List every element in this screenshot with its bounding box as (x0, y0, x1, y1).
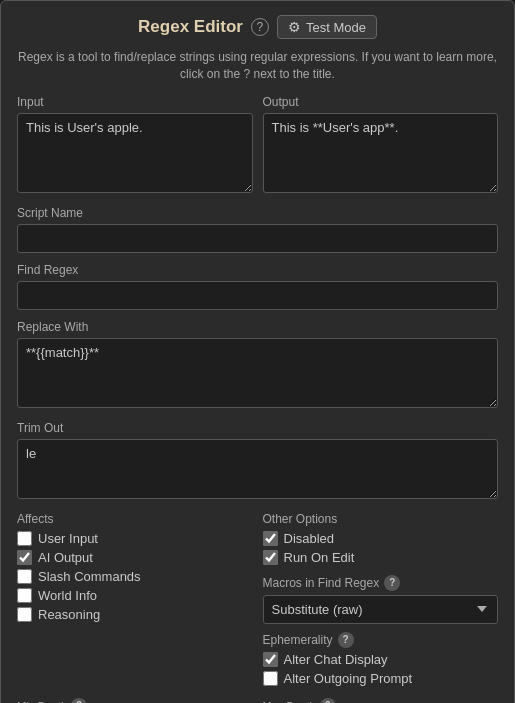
run-on-edit-label: Run On Edit (284, 550, 355, 565)
output-textarea[interactable]: This is **User's app**. (263, 113, 499, 193)
replace-with-group: Replace With **{{match}}** (17, 320, 498, 411)
script-name-label: Script Name (17, 206, 498, 220)
max-depth-info-icon[interactable]: ? (320, 698, 336, 703)
find-regex-group: Find Regex {{user}}'s apple (17, 263, 498, 310)
input-label: Input (17, 95, 253, 109)
other-options-title: Other Options (263, 512, 499, 526)
affects-slash-commands-checkbox[interactable] (17, 569, 32, 584)
alter-outgoing-prompt-row: Alter Outgoing Prompt (263, 671, 499, 686)
affects-ai-output-checkbox[interactable] (17, 550, 32, 565)
min-depth-group: Min Depth ? Unlimited (17, 698, 253, 703)
other-options-section: Other Options Disabled Run On Edit (263, 512, 499, 569)
alter-chat-display-label: Alter Chat Display (284, 652, 388, 667)
macros-select[interactable]: Substitute (raw) None Substitute (263, 595, 499, 624)
ephemerality-info-icon[interactable]: ? (338, 632, 354, 648)
max-depth-label: Max Depth ? (263, 698, 499, 703)
affects-ai-output-row: AI Output (17, 550, 253, 565)
alter-outgoing-prompt-label: Alter Outgoing Prompt (284, 671, 413, 686)
help-icon[interactable]: ? (251, 18, 269, 36)
affects-user-input-row: User Input (17, 531, 253, 546)
affects-slash-commands-label: Slash Commands (38, 569, 141, 584)
input-textarea[interactable]: This is User's apple. (17, 113, 253, 193)
affects-reasoning-label: Reasoning (38, 607, 100, 622)
input-output-row: Input This is User's apple. Output This … (17, 95, 498, 196)
input-field-group: Input This is User's apple. (17, 95, 253, 196)
ephemerality-label: Ephemerality ? (263, 632, 499, 648)
affects-slash-commands-row: Slash Commands (17, 569, 253, 584)
replace-with-textarea[interactable]: **{{match}}** (17, 338, 498, 408)
affects-world-info-label: World Info (38, 588, 97, 603)
macros-info-icon[interactable]: ? (384, 575, 400, 591)
find-regex-label: Find Regex (17, 263, 498, 277)
test-mode-label: Test Mode (306, 20, 366, 35)
affects-user-input-label: User Input (38, 531, 98, 546)
replace-with-label: Replace With (17, 320, 498, 334)
affects-reasoning-checkbox[interactable] (17, 607, 32, 622)
test-mode-button[interactable]: ⚙ Test Mode (277, 15, 377, 39)
dialog-title: Regex Editor (138, 17, 243, 37)
run-on-edit-row: Run On Edit (263, 550, 499, 565)
affects-section: Affects User Input AI Output Slash Comma… (17, 512, 253, 690)
disabled-label: Disabled (284, 531, 335, 546)
other-options-column: Other Options Disabled Run On Edit Macro… (263, 512, 499, 690)
trim-out-group: Trim Out le (17, 421, 498, 502)
run-on-edit-checkbox[interactable] (263, 550, 278, 565)
regex-editor-dialog: Regex Editor ? ⚙ Test Mode Regex is a to… (0, 0, 515, 703)
min-depth-info-icon[interactable]: ? (71, 698, 87, 703)
disabled-checkbox[interactable] (263, 531, 278, 546)
output-field-group: Output This is **User's app**. (263, 95, 499, 196)
affects-world-info-row: World Info (17, 588, 253, 603)
script-name-group: Script Name example script (17, 206, 498, 253)
min-depth-label: Min Depth ? (17, 698, 253, 703)
trim-out-textarea[interactable]: le (17, 439, 498, 499)
alter-outgoing-prompt-checkbox[interactable] (263, 671, 278, 686)
alter-chat-display-checkbox[interactable] (263, 652, 278, 667)
max-depth-group: Max Depth ? Unlimited (263, 698, 499, 703)
gear-icon: ⚙ (288, 19, 301, 35)
trim-out-label: Trim Out (17, 421, 498, 435)
macros-label: Macros in Find Regex ? (263, 575, 499, 591)
depth-row: Min Depth ? Unlimited Max Depth ? Unlimi… (17, 698, 498, 703)
affects-world-info-checkbox[interactable] (17, 588, 32, 603)
script-name-input[interactable]: example script (17, 224, 498, 253)
description-text: Regex is a tool to find/replace strings … (17, 49, 498, 83)
alter-chat-display-row: Alter Chat Display (263, 652, 499, 667)
ephemerality-section: Ephemerality ? Alter Chat Display Alter … (263, 632, 499, 686)
affects-title: Affects (17, 512, 253, 526)
find-regex-input[interactable]: {{user}}'s apple (17, 281, 498, 310)
affects-ai-output-label: AI Output (38, 550, 93, 565)
affects-user-input-checkbox[interactable] (17, 531, 32, 546)
affects-options-row: Affects User Input AI Output Slash Comma… (17, 512, 498, 690)
affects-reasoning-row: Reasoning (17, 607, 253, 622)
disabled-row: Disabled (263, 531, 499, 546)
dialog-header: Regex Editor ? ⚙ Test Mode (17, 15, 498, 39)
macros-section: Macros in Find Regex ? Substitute (raw) … (263, 575, 499, 624)
output-label: Output (263, 95, 499, 109)
